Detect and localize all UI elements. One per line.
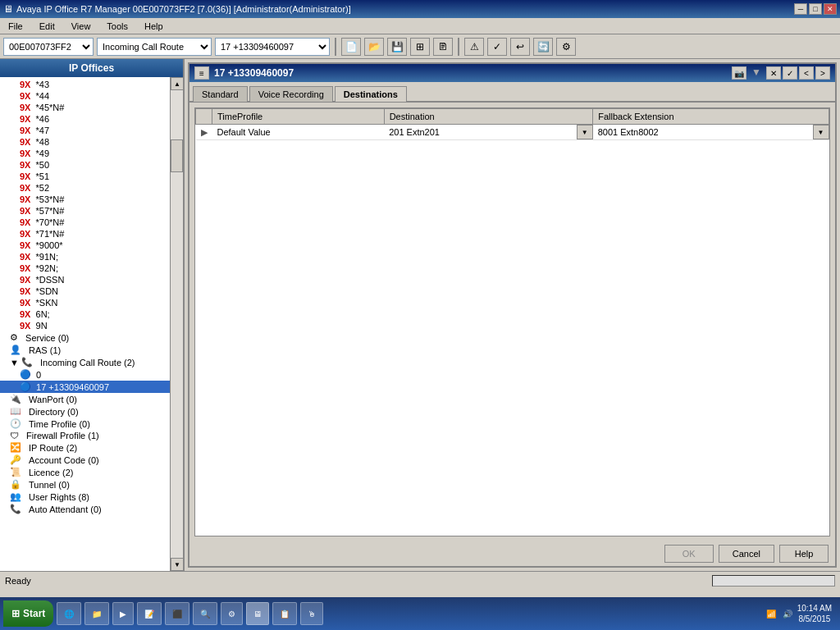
tree-item-time-profile[interactable]: 🕐 Time Profile (0) bbox=[0, 418, 170, 430]
scrollbar-down[interactable]: ▼ bbox=[171, 558, 183, 571]
route-select[interactable]: 17 +13309460097 bbox=[215, 38, 330, 56]
taskbar-editor[interactable]: 📝 bbox=[137, 602, 162, 625]
route-type-select[interactable]: Incoming Call Route bbox=[97, 38, 212, 56]
tree-item-skn[interactable]: 9X *SKN bbox=[0, 297, 170, 308]
menu-tools[interactable]: Tools bbox=[102, 20, 133, 33]
toolbar-btn-2[interactable]: 📂 bbox=[364, 38, 384, 56]
taskbar-app6[interactable]: ⚙ bbox=[221, 602, 243, 625]
form-close-button[interactable]: ✕ bbox=[766, 66, 781, 80]
form-list-button[interactable]: ≡ bbox=[194, 66, 209, 80]
left-panel: IP Offices 9X *43 9X *44 9X *45*N# 9X *4… bbox=[0, 59, 185, 571]
tab-destinations[interactable]: Destinations bbox=[335, 86, 407, 102]
toolbar-btn-warning[interactable]: ⚠ bbox=[464, 38, 484, 56]
tree-item-route-17[interactable]: 🔵 17 +13309460097 bbox=[0, 381, 170, 393]
fallback-dropdown[interactable]: ▼ bbox=[813, 125, 829, 139]
tab-standard[interactable]: Standard bbox=[193, 86, 248, 102]
tree-item-auto-attendant[interactable]: 📞 Auto Attendant (0) bbox=[0, 503, 170, 515]
start-button[interactable]: ⊞ Start bbox=[3, 600, 53, 627]
table-row[interactable]: ▶ Default Value 201 Extn201 ▼ 8001 E bbox=[196, 125, 829, 140]
form-check-button[interactable]: ✓ bbox=[783, 66, 797, 80]
taskbar-terminal[interactable]: ⬛ bbox=[165, 602, 189, 625]
close-button[interactable]: ✕ bbox=[824, 3, 837, 15]
tree-item-sdn[interactable]: 9X *SDN bbox=[0, 285, 170, 297]
tree-item-user-rights[interactable]: 👥 User Rights (8) bbox=[0, 491, 170, 503]
taskbar-explorer[interactable]: 📁 bbox=[84, 602, 109, 625]
tree-item-firewall[interactable]: 🛡 Firewall Profile (1) bbox=[0, 430, 170, 441]
tree-item-51[interactable]: 9X *51 bbox=[0, 171, 170, 182]
destination-dropdown[interactable]: ▼ bbox=[577, 125, 593, 139]
row-destination[interactable]: 201 Extn201 ▼ bbox=[384, 125, 593, 140]
taskbar-manager[interactable]: 🖥 bbox=[246, 602, 269, 625]
ok-button[interactable]: OK bbox=[664, 545, 714, 563]
device-select[interactable]: 00E007073FF2 bbox=[3, 38, 94, 56]
tree-item-71n[interactable]: 9X *71*N# bbox=[0, 228, 170, 240]
tree-item-tunnel[interactable]: 🔒 Tunnel (0) bbox=[0, 478, 170, 491]
bottom-bar: OK Cancel Help bbox=[189, 541, 835, 566]
tree-item-47[interactable]: 9X *47 bbox=[0, 125, 170, 136]
toolbar-btn-refresh[interactable]: 🔄 bbox=[533, 38, 553, 56]
tree-item-52[interactable]: 9X *52 bbox=[0, 182, 170, 194]
tab-voice-recording[interactable]: Voice Recording bbox=[249, 86, 333, 102]
tree-item-70n[interactable]: 9X *70*N# bbox=[0, 217, 170, 228]
left-panel-header: IP Offices bbox=[0, 59, 183, 77]
tree-item-50[interactable]: 9X *50 bbox=[0, 159, 170, 171]
taskbar-remote[interactable]: 🖱 bbox=[300, 602, 323, 625]
red-x-icon-71n: 9X bbox=[20, 229, 30, 239]
tree-item-route-0[interactable]: 🔵 0 bbox=[0, 368, 170, 381]
tree-item-92n[interactable]: 9X *92N; bbox=[0, 262, 170, 274]
form-camera-button[interactable]: 📷 bbox=[732, 66, 746, 80]
toolbar-btn-1[interactable]: 📄 bbox=[341, 38, 361, 56]
menu-file[interactable]: File bbox=[3, 20, 28, 33]
toolbar-btn-back[interactable]: ↩ bbox=[510, 38, 530, 56]
toolbar-btn-3[interactable]: 💾 bbox=[387, 38, 407, 56]
toolbar-btn-4[interactable]: ⊞ bbox=[410, 38, 430, 56]
red-x-icon-70n: 9X bbox=[20, 217, 30, 227]
tree-item-dssn[interactable]: 9X *DSSN bbox=[0, 274, 170, 285]
scrollbar-thumb[interactable] bbox=[171, 139, 183, 172]
scrollbar-up[interactable]: ▲ bbox=[171, 77, 183, 90]
taskbar-search[interactable]: 🔍 bbox=[193, 602, 217, 625]
tree-item-91n[interactable]: 9X *91N; bbox=[0, 251, 170, 262]
row-fallback[interactable]: 8001 Extn8002 ▼ bbox=[593, 125, 829, 140]
minimize-button[interactable]: ─ bbox=[794, 3, 807, 15]
tree-item-53n[interactable]: 9X *53*N# bbox=[0, 194, 170, 205]
tree-item-45[interactable]: 9X *45*N# bbox=[0, 102, 170, 113]
tree-item-directory[interactable]: 📖 Directory (0) bbox=[0, 405, 170, 418]
time-profile-icon: 🕐 bbox=[10, 418, 21, 429]
menu-edit[interactable]: Edit bbox=[34, 20, 60, 33]
tree-item-service[interactable]: ⚙ Service (0) bbox=[0, 331, 170, 344]
app-icon: 🖥 bbox=[3, 3, 13, 15]
tree-item-43[interactable]: 9X *43 bbox=[0, 79, 170, 90]
tree-item-46[interactable]: 9X *46 bbox=[0, 113, 170, 125]
tree-scrollbar[interactable]: ▲ ▼ bbox=[170, 77, 183, 571]
tree-item-48[interactable]: 9X *48 bbox=[0, 136, 170, 148]
tree-item-account-code[interactable]: 🔑 Account Code (0) bbox=[0, 454, 170, 466]
tree-item-57n[interactable]: 9X *57*N# bbox=[0, 205, 170, 217]
menu-view[interactable]: View bbox=[66, 20, 96, 33]
toolbar-btn-config[interactable]: ⚙ bbox=[556, 38, 576, 56]
maximize-button[interactable]: □ bbox=[809, 3, 822, 15]
tree-item-6n[interactable]: 9X 6N; bbox=[0, 308, 170, 320]
menu-help[interactable]: Help bbox=[139, 20, 168, 33]
taskbar-config[interactable]: 📋 bbox=[272, 602, 297, 625]
toolbar-btn-check[interactable]: ✓ bbox=[487, 38, 507, 56]
tree-item-9n[interactable]: 9X 9N bbox=[0, 320, 170, 331]
form-prev-button[interactable]: < bbox=[799, 66, 814, 80]
red-x-icon-53n: 9X bbox=[20, 194, 30, 204]
form-next-button[interactable]: > bbox=[815, 66, 830, 80]
tree-item-49[interactable]: 9X *49 bbox=[0, 148, 170, 159]
help-button[interactable]: Help bbox=[779, 545, 829, 563]
red-x-icon-44: 9X bbox=[20, 91, 30, 101]
tree-item-wanport[interactable]: 🔌 WanPort (0) bbox=[0, 393, 170, 405]
cancel-button[interactable]: Cancel bbox=[719, 545, 774, 563]
tree-item-44[interactable]: 9X *44 bbox=[0, 90, 170, 102]
toolbar-btn-5[interactable]: 🖹 bbox=[433, 38, 453, 56]
taskbar-ie[interactable]: 🌐 bbox=[57, 602, 81, 625]
tree-item-ip-route[interactable]: 🔀 IP Route (2) bbox=[0, 441, 170, 454]
menu-bar: File Edit View Tools Help bbox=[0, 18, 840, 34]
taskbar-media[interactable]: ▶ bbox=[112, 602, 134, 625]
tree-item-licence[interactable]: 📜 Licence (2) bbox=[0, 466, 170, 478]
tree-item-incoming-call-route[interactable]: ▼ 📞 Incoming Call Route (2) bbox=[0, 356, 170, 368]
tree-item-ras[interactable]: 👤 RAS (1) bbox=[0, 344, 170, 356]
tree-item-9000[interactable]: 9X *9000* bbox=[0, 240, 170, 251]
